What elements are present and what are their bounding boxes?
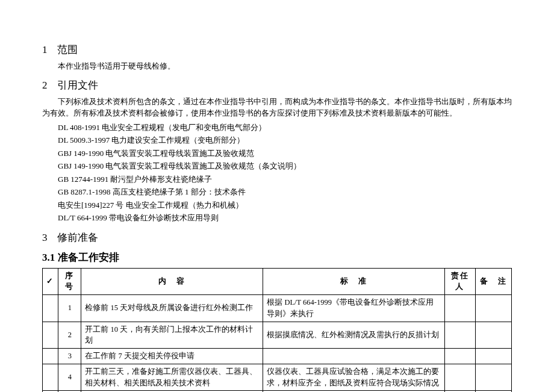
ref-item: DL 5009.3-1997 电力建设安全工作规程（变电所部分） [58, 134, 512, 146]
cell-standard [263, 349, 445, 364]
section-1-title: 范围 [57, 44, 78, 55]
cell-check [43, 364, 58, 391]
th-note: 备 注 [475, 268, 511, 295]
table-row: 4 开工前三天，准备好施工所需仪器仪表、工器具、相关材料、相关图纸及相关技术资料… [43, 364, 512, 391]
ref-item: GB 8287.1-1998 高压支柱瓷绝缘子第 1 部分：技术条件 [58, 186, 512, 198]
cell-check [43, 349, 58, 364]
ref-item: DL/T 664-1999 带电设备红外诊断技术应用导则 [58, 212, 512, 224]
th-content: 内 容 [81, 268, 263, 295]
ref-item: 电安生[1994]227 号 电业安全工作规程（热力和机械） [58, 199, 512, 211]
cell-content: 开工前三天，准备好施工所需仪器仪表、工器具、相关材料、相关图纸及相关技术资料 [81, 364, 263, 391]
heading-section-1: 1 范围 [42, 42, 512, 58]
table-row: 2 开工前 10 天，向有关部门上报本次工作的材料计划 根据摸底情况、红外检测情… [43, 322, 512, 349]
cell-note [475, 364, 511, 391]
cell-resp [445, 364, 475, 391]
section-3-num: 3 [42, 230, 54, 246]
cell-seq: 3 [58, 349, 81, 364]
cell-content: 开工前 10 天，向有关部门上报本次工作的材料计划 [81, 322, 263, 349]
section-31-num: 3.1 [42, 252, 55, 263]
ref-item: GBJ 149-1990 电气装置安装工程母线装置施工及验收规范 [58, 148, 512, 160]
cell-resp [445, 349, 475, 364]
cell-content: 在工作前 7 天提交相关停役申请 [81, 349, 263, 364]
ref-item: DL 408-1991 电业安全工程规程（发电厂和变电所电气部分） [58, 122, 512, 134]
ref-item: GBJ 149-1990 电气装置安装工程母线装置施工及验收规范（条文说明） [58, 160, 512, 172]
heading-section-2: 2 引用文件 [42, 78, 512, 93]
cell-note [475, 322, 511, 349]
cell-standard: 根据 DL/T 664-1999《带电设备红外诊断技术应用导则》来执行 [263, 295, 445, 322]
cell-seq: 1 [58, 295, 81, 322]
th-check: ✓ [43, 268, 58, 295]
section-2-title: 引用文件 [57, 79, 98, 91]
section-2-body: 下列标准及技术资料所包含的条文，通过在本作业指导书中引用，而构成为本作业指导书的… [42, 96, 512, 119]
section-1-body: 本作业指导书适用于硬母线检修。 [42, 60, 512, 72]
cell-seq: 2 [58, 322, 81, 349]
section-1-num: 1 [42, 42, 54, 58]
cell-standard: 仪器仪表、工器具应试验合格，满足本次施工的要求，材料应齐全，图纸及资料应符合现场… [263, 364, 445, 391]
cell-content: 检修前 15 天对母线及所属设备进行红外检测工作 [81, 295, 263, 322]
th-resp: 责任人 [445, 268, 475, 295]
heading-section-3: 3 修前准备 [42, 230, 512, 246]
th-standard: 标 准 [263, 268, 445, 295]
cell-resp [445, 295, 475, 322]
cell-check [43, 295, 58, 322]
preparation-table: ✓ 序号 内 容 标 准 责任人 备 注 1 检修前 15 天对母线及所属设备进… [42, 268, 512, 393]
cell-seq: 4 [58, 364, 81, 391]
cell-note [475, 349, 511, 364]
reference-list: DL 408-1991 电业安全工程规程（发电厂和变电所电气部分） DL 500… [58, 122, 512, 224]
section-2-num: 2 [42, 78, 54, 93]
ref-item: GB 12744-1991 耐污型户外棒形支柱瓷绝缘子 [58, 173, 512, 185]
section-3-title: 修前准备 [57, 232, 98, 243]
table-row: 1 检修前 15 天对母线及所属设备进行红外检测工作 根据 DL/T 664-1… [43, 295, 512, 322]
section-31-title: 准备工作安排 [58, 252, 119, 263]
cell-standard: 根据摸底情况、红外检测情况及需执行的反措计划 [263, 322, 445, 349]
th-seq: 序号 [58, 268, 81, 295]
cell-resp [445, 322, 475, 349]
heading-section-3-1: 3.1 准备工作安排 [42, 250, 512, 266]
cell-note [475, 295, 511, 322]
table-body: 1 检修前 15 天对母线及所属设备进行红外检测工作 根据 DL/T 664-1… [43, 295, 512, 393]
table-row: 3 在工作前 7 天提交相关停役申请 [43, 349, 512, 364]
cell-check [43, 322, 58, 349]
